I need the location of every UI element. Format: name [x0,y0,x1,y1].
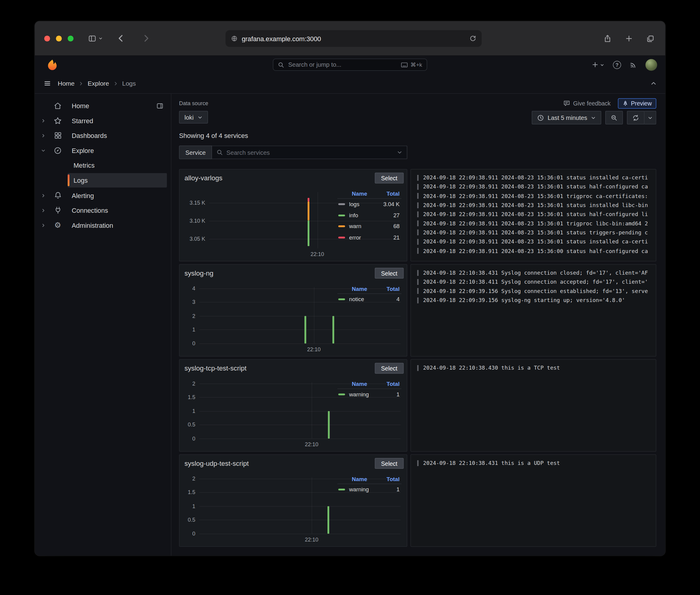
breadcrumb-home[interactable]: Home [58,80,75,87]
home-icon [54,102,62,110]
select-button[interactable]: Select [375,363,404,374]
browser-sidebar-toggle[interactable] [88,34,103,42]
grafana-body: Home Starred Dashboards Explore [35,94,666,556]
legend-row[interactable]: warn68 [338,221,401,232]
close-window-button[interactable] [44,35,50,41]
legend-series-total: 27 [393,212,400,219]
log-line[interactable]: 2024-09-18 22:09:38.911 2024-08-23 15:36… [418,228,650,237]
log-line[interactable]: 2024-09-18 22:09:38.911 2024-08-23 15:36… [418,237,650,246]
search-icon [278,62,284,68]
log-line[interactable]: 2024-09-18 22:09:38.911 2024-08-23 15:36… [418,182,650,191]
log-line[interactable]: 2024-09-18 22:09:38.911 2024-08-23 15:36… [418,192,650,200]
sidebar-item-starred[interactable]: Starred [35,113,171,128]
chevron-right-icon[interactable] [41,208,46,213]
legend-row[interactable]: info27 [338,210,401,221]
chevron-right-icon [113,81,118,86]
chevron-right-icon[interactable] [41,133,46,138]
select-button[interactable]: Select [375,173,404,183]
legend-header-total: Total [387,381,400,387]
service-search-input[interactable] [226,149,393,156]
browser-back-button[interactable] [116,34,126,43]
service-search[interactable] [212,146,407,159]
zoom-out-time-button[interactable] [605,111,623,124]
legend-row[interactable]: notice4 [338,294,401,305]
sidebar-item-alerting[interactable]: Alerting [35,188,171,203]
search-shortcut: ⌘+k [401,61,422,68]
gridline [199,330,401,330]
news-button[interactable] [630,61,637,68]
sidebar-item-connections[interactable]: Connections [35,203,171,218]
log-line[interactable]: 2024-09-18 22:10:38.430 this is a TCP te… [418,363,650,372]
log-line[interactable]: 2024-09-18 22:09:38.911 2024-08-23 15:36… [418,210,650,219]
log-line[interactable]: 2024-09-18 22:09:38.911 2024-08-23 15:36… [418,247,650,255]
log-line[interactable]: 2024-09-18 22:09:39.156 syslog-ng starti… [418,296,650,305]
dock-menu-button[interactable] [156,102,164,109]
log-line[interactable]: 2024-09-18 22:10:38.411 Syslog connectio… [418,277,650,286]
log-line[interactable]: 2024-09-18 22:10:38.431 this is a UDP te… [418,459,650,468]
time-range-picker[interactable]: Last 5 minutes [532,111,601,124]
legend-series-name: info [349,212,393,219]
help-button[interactable]: ? [613,61,621,69]
service-card: syslog-udp-test-scriptSelect21.510.5022:… [179,454,407,547]
legend-row[interactable]: logs3.04 K [338,199,401,210]
service-list: alloy-varlogsSelect3.15 K3.10 K3.05 K22:… [179,169,656,547]
legend-series-name: error [349,234,393,241]
chevron-down-icon[interactable] [397,150,402,155]
refresh-interval-dropdown[interactable] [645,111,656,124]
legend-series-name: warning [349,391,397,398]
new-tab-button[interactable] [625,35,633,43]
log-line[interactable]: 2024-09-18 22:09:39.156 Syslog connectio… [418,286,650,295]
select-button[interactable]: Select [375,268,404,279]
log-line-text: 2024-09-18 22:09:38.911 2024-08-23 15:36… [423,202,648,208]
service-row: alloy-varlogsSelect3.15 K3.10 K3.05 K22:… [179,169,656,262]
legend-header-name: Name [338,286,387,292]
log-line-marker [418,248,419,254]
sidebar-item-dashboards[interactable]: Dashboards [35,128,171,143]
service-row: syslog-tcp-test-scriptSelect21.510.5022:… [179,360,656,452]
sidebar-item-metrics[interactable]: Metrics [68,159,167,173]
legend-row[interactable]: warning1 [338,389,401,400]
browser-window: grafana.example.com:3000 [35,21,666,556]
legend-row[interactable]: warning1 [338,484,401,495]
log-line[interactable]: 2024-09-18 22:09:38.911 2024-08-23 15:36… [418,200,650,209]
log-line[interactable]: 2024-09-18 22:09:38.911 2024-08-23 15:36… [418,173,650,182]
y-axis-label: 4 [192,285,195,291]
log-line[interactable]: 2024-09-18 22:10:38.431 Syslog connectio… [418,268,650,277]
legend-row[interactable]: error21 [338,232,401,243]
chevron-down-icon[interactable] [41,148,46,153]
chevron-right-icon[interactable] [41,193,46,198]
zoom-window-button[interactable] [68,35,74,41]
minimize-window-button[interactable] [56,35,62,41]
chart-bar-segment [332,316,334,343]
log-line[interactable]: 2024-09-18 22:09:38.911 2024-08-23 15:36… [418,219,650,228]
preview-badge[interactable]: Preview [618,98,656,109]
tab-overview-button[interactable] [646,34,654,43]
mega-menu-toggle[interactable] [43,80,51,87]
share-button[interactable] [603,34,612,43]
refresh-button[interactable] [627,111,645,124]
sidebar-item-administration[interactable]: ⚙ Administration [35,218,171,233]
user-avatar[interactable] [646,59,657,70]
datasource-picker[interactable]: loki [179,111,208,123]
service-row: syslog-udp-test-scriptSelect21.510.5022:… [179,454,656,547]
new-dropdown-button[interactable] [592,61,604,68]
y-axis-label: 2 [192,313,195,319]
global-search-input[interactable] [288,61,397,68]
chevron-right-icon[interactable] [41,118,46,123]
nav-sidebar: Home Starred Dashboards Explore [35,94,172,556]
global-search[interactable]: ⌘+k [273,59,427,71]
sidebar-item-logs[interactable]: Logs [68,173,167,188]
collapse-toolbar-button[interactable] [650,80,657,87]
select-button[interactable]: Select [375,458,404,469]
sidebar-item-explore[interactable]: Explore [35,143,171,158]
reload-icon[interactable] [470,35,477,42]
desktop: grafana.example.com:3000 [0,0,700,595]
browser-forward-button[interactable] [142,34,151,43]
give-feedback-button[interactable]: Give feedback [563,100,611,107]
breadcrumb-explore[interactable]: Explore [88,80,109,87]
legend-series-name: notice [349,296,397,303]
address-bar[interactable]: grafana.example.com:3000 [225,30,482,47]
chevron-right-icon[interactable] [41,223,46,227]
sidebar-item-home[interactable]: Home [35,98,171,113]
gridline-vertical [312,382,312,439]
